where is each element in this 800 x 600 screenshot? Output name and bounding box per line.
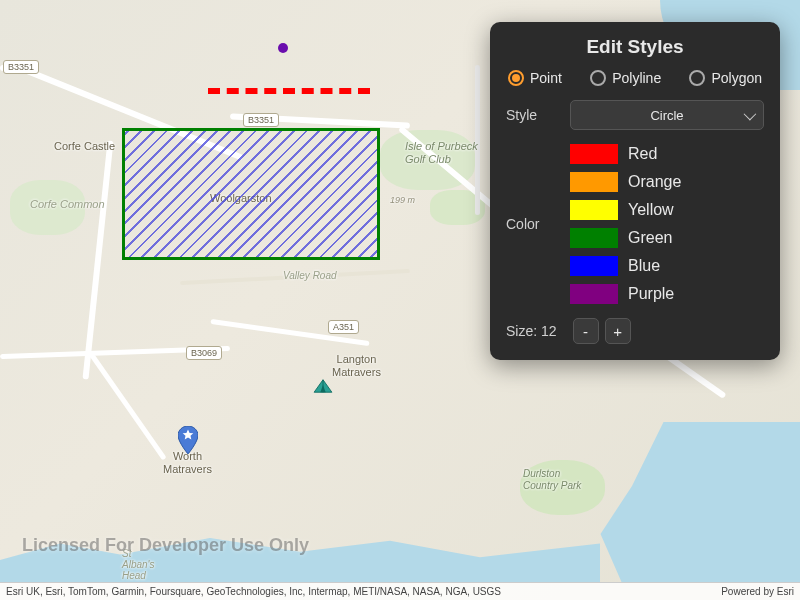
tab-label: Polygon <box>711 70 762 86</box>
color-row: Color Red Orange Yellow Green <box>506 142 764 306</box>
color-name: Orange <box>628 173 681 191</box>
color-option-blue[interactable]: Blue <box>570 254 764 278</box>
geometry-type-tabs: Point Polyline Polygon <box>506 70 764 86</box>
edit-styles-panel: Edit Styles Point Polyline Polygon Style… <box>490 22 780 360</box>
size-row: Size: 12 - + <box>506 318 764 344</box>
color-option-red[interactable]: Red <box>570 142 764 166</box>
radio-icon <box>689 70 705 86</box>
color-name: Blue <box>628 257 660 275</box>
size-value: 12 <box>541 323 557 339</box>
tab-polygon[interactable]: Polygon <box>689 70 762 86</box>
place-label: Corfe Common <box>30 198 105 210</box>
powered-by-esri[interactable]: Powered by Esri <box>721 586 794 597</box>
polyline-graphic[interactable] <box>208 88 370 94</box>
chevron-down-icon <box>744 107 757 120</box>
color-name: Yellow <box>628 201 674 219</box>
color-swatch <box>570 200 618 220</box>
map-viewport[interactable]: B3351 B3351 A351 B3069 Corfe Castle Corf… <box>0 0 800 600</box>
sea-area <box>590 422 800 582</box>
road-segment <box>82 140 113 379</box>
attribution-text: Esri UK, Esri, TomTom, Garmin, Foursquar… <box>6 586 501 597</box>
color-swatch <box>570 144 618 164</box>
tab-point[interactable]: Point <box>508 70 562 86</box>
place-label: Corfe Castle <box>54 140 115 152</box>
size-decrement-button[interactable]: - <box>573 318 599 344</box>
place-label: Isle of Purbeck Golf Club <box>405 140 478 165</box>
road-segment <box>88 351 167 460</box>
style-label: Style <box>506 107 558 123</box>
road-shield: B3069 <box>186 346 222 360</box>
color-swatch <box>570 172 618 192</box>
road-name-label: Valley Road <box>283 270 337 281</box>
star-marker-icon[interactable] <box>178 426 198 454</box>
style-row: Style Circle <box>506 100 764 130</box>
size-increment-button[interactable]: + <box>605 318 631 344</box>
size-label: Size: 12 <box>506 323 557 339</box>
radio-icon <box>508 70 524 86</box>
color-swatch <box>570 256 618 276</box>
color-name: Purple <box>628 285 674 303</box>
tab-polyline[interactable]: Polyline <box>590 70 661 86</box>
style-combobox[interactable]: Circle <box>570 100 764 130</box>
license-watermark: Licensed For Developer Use Only <box>22 535 309 556</box>
place-label: Durlston Country Park <box>523 468 581 491</box>
color-name: Red <box>628 145 657 163</box>
road-shield: B3351 <box>243 113 279 127</box>
color-swatch <box>570 228 618 248</box>
color-option-purple[interactable]: Purple <box>570 282 764 306</box>
tab-label: Polyline <box>612 70 661 86</box>
road-shield: B3351 <box>3 60 39 74</box>
attribution-bar: Esri UK, Esri, TomTom, Garmin, Foursquar… <box>0 582 800 600</box>
elevation-label: 199 m <box>390 195 415 205</box>
point-graphic[interactable] <box>278 43 288 53</box>
polygon-graphic[interactable] <box>122 128 380 260</box>
size-stepper: - + <box>573 318 631 344</box>
panel-title: Edit Styles <box>506 36 764 58</box>
color-name: Green <box>628 229 672 247</box>
road-shield: A351 <box>328 320 359 334</box>
color-label: Color <box>506 216 558 232</box>
color-list: Red Orange Yellow Green Blue <box>570 142 764 306</box>
color-option-orange[interactable]: Orange <box>570 170 764 194</box>
style-value: Circle <box>650 108 683 123</box>
campsite-icon <box>312 378 334 394</box>
place-label: Langton Matravers <box>332 353 381 378</box>
tab-label: Point <box>530 70 562 86</box>
color-swatch <box>570 284 618 304</box>
color-option-yellow[interactable]: Yellow <box>570 198 764 222</box>
radio-icon <box>590 70 606 86</box>
color-option-green[interactable]: Green <box>570 226 764 250</box>
